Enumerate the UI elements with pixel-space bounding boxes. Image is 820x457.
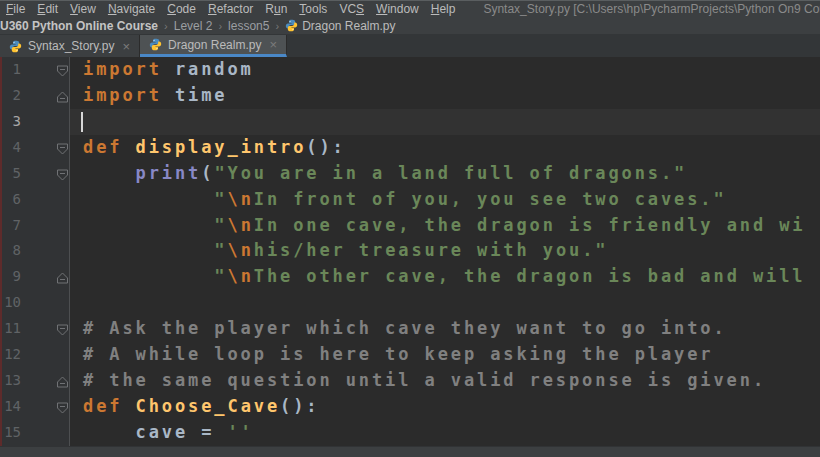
gutter-row: 14 bbox=[0, 394, 69, 420]
gutter-row: 7 bbox=[0, 213, 69, 239]
breadcrumb-item[interactable]: U360 Python Online Course bbox=[0, 19, 158, 33]
editor-gutter[interactable]: 123456789101112131415 bbox=[0, 57, 70, 446]
gutter-row: 6 bbox=[0, 187, 69, 213]
gutter-row: 9 bbox=[0, 264, 69, 290]
menu-window[interactable]: Window bbox=[370, 2, 425, 16]
breadcrumbs: U360 Python Online Course›Level 2›lesson… bbox=[0, 19, 396, 33]
menu-vcs[interactable]: VCS bbox=[333, 2, 370, 16]
code-token: import bbox=[83, 59, 162, 79]
gutter-row: 3 bbox=[0, 109, 69, 135]
gutter-row: 5 bbox=[0, 161, 69, 187]
fold-region-start-icon[interactable] bbox=[56, 141, 69, 154]
gutter-row: 10 bbox=[0, 290, 69, 316]
tab-dragon-realm-py[interactable]: Dragon Realm.py× bbox=[140, 35, 287, 57]
line-number: 15 bbox=[0, 420, 21, 446]
menu-tools[interactable]: Tools bbox=[293, 2, 333, 16]
menu-file[interactable]: File bbox=[0, 2, 31, 16]
code-line-6[interactable]: "\nIn front of you, you see two caves." bbox=[70, 187, 820, 213]
code-line-11[interactable]: # Ask the player which cave they want to… bbox=[70, 316, 820, 342]
tab-label: Syntax_Story.py bbox=[28, 39, 114, 53]
breadcrumb-label: Level 2 bbox=[174, 19, 213, 33]
line-number: 8 bbox=[0, 238, 21, 264]
code-token bbox=[122, 137, 135, 157]
code-area[interactable]: import randomimport timedef display_intr… bbox=[70, 57, 820, 446]
code-token: import bbox=[83, 85, 162, 105]
code-token bbox=[122, 396, 135, 416]
code-line-12[interactable]: # A while loop is here to keep asking th… bbox=[70, 342, 820, 368]
code-line-3[interactable] bbox=[70, 109, 820, 135]
code-token bbox=[83, 215, 214, 235]
breadcrumb-separator: › bbox=[218, 20, 222, 32]
line-number: 12 bbox=[0, 342, 21, 368]
menu-view[interactable]: View bbox=[64, 2, 102, 16]
gutter-row: 13 bbox=[0, 368, 69, 394]
code-token: print bbox=[136, 163, 202, 183]
gutter-row: 12 bbox=[0, 342, 69, 368]
gutter-row: 1 bbox=[0, 57, 69, 83]
code-token: \n bbox=[228, 240, 254, 260]
breadcrumb-label: lesson5 bbox=[228, 19, 269, 33]
fold-region-end-icon[interactable] bbox=[56, 375, 69, 388]
code-line-7[interactable]: "\nIn one cave, the dragon is friendly a… bbox=[70, 213, 820, 239]
code-line-13[interactable]: # the same question until a valid respon… bbox=[70, 368, 820, 394]
code-line-9[interactable]: "\nThe other cave, the dragon is bad and… bbox=[70, 264, 820, 290]
menu-run[interactable]: Run bbox=[259, 2, 293, 16]
menu-refactor[interactable]: Refactor bbox=[202, 2, 259, 16]
gutter-row: 11 bbox=[0, 316, 69, 342]
breadcrumb-item[interactable]: Level 2 bbox=[174, 19, 213, 33]
code-token: # Ask the player which cave they want to… bbox=[83, 318, 727, 338]
code-token bbox=[83, 240, 214, 260]
menu-navigate[interactable]: Navigate bbox=[102, 2, 161, 16]
tab-syntax-story-py[interactable]: Syntax_Story.py× bbox=[0, 35, 140, 57]
fold-region-end-icon[interactable] bbox=[56, 89, 69, 102]
code-token: " bbox=[214, 189, 227, 209]
editor-tab-bar: Syntax_Story.py×Dragon Realm.py× bbox=[0, 35, 820, 57]
code-line-2[interactable]: import time bbox=[70, 83, 820, 109]
fold-region-start-icon[interactable] bbox=[56, 63, 69, 76]
breadcrumb-item[interactable]: lesson5 bbox=[228, 19, 269, 33]
code-token: (): bbox=[306, 137, 345, 157]
left-edge-stripe bbox=[0, 57, 2, 446]
code-token: The other cave, the dragon is bad and wi… bbox=[254, 266, 806, 286]
code-token: In front of you, you see two caves." bbox=[254, 189, 727, 209]
code-line-5[interactable]: print("You are in a land full of dragons… bbox=[70, 161, 820, 187]
breadcrumb-separator: › bbox=[275, 20, 279, 32]
code-line-14[interactable]: def Choose_Cave(): bbox=[70, 394, 820, 420]
menu-bar: FileEditViewNavigateCodeRefactorRunTools… bbox=[0, 0, 820, 17]
line-number: 6 bbox=[0, 187, 21, 213]
code-line-10[interactable] bbox=[70, 290, 820, 316]
code-token: \n bbox=[228, 189, 254, 209]
python-file-icon bbox=[9, 40, 22, 53]
python-file-icon bbox=[285, 19, 298, 32]
code-token: def bbox=[83, 137, 122, 157]
code-token: cave = bbox=[83, 422, 227, 442]
code-token bbox=[83, 163, 136, 183]
code-token: his/her treasure with you." bbox=[254, 240, 609, 260]
code-line-1[interactable]: import random bbox=[70, 57, 820, 83]
fold-region-start-icon[interactable] bbox=[56, 167, 69, 180]
code-line-4[interactable]: def display_intro(): bbox=[70, 135, 820, 161]
window-title: Syntax_Story.py [C:\Users\hp\PycharmProj… bbox=[483, 2, 820, 16]
code-line-15[interactable]: cave = '' bbox=[70, 420, 820, 446]
menu-code[interactable]: Code bbox=[161, 2, 202, 16]
status-bar-strip bbox=[0, 446, 820, 457]
fold-region-start-icon[interactable] bbox=[56, 323, 69, 336]
line-number: 1 bbox=[0, 57, 21, 83]
menu-edit[interactable]: Edit bbox=[31, 2, 64, 16]
menu-help[interactable]: Help bbox=[425, 2, 462, 16]
line-number: 11 bbox=[0, 316, 21, 342]
breadcrumb-label: Dragon Realm.py bbox=[302, 19, 395, 33]
code-token: # the same question until a valid respon… bbox=[83, 370, 766, 390]
fold-region-start-icon[interactable] bbox=[56, 400, 69, 413]
tab-close-icon[interactable]: × bbox=[269, 38, 277, 51]
code-line-8[interactable]: "\nhis/her treasure with you." bbox=[70, 238, 820, 264]
gutter-row: 2 bbox=[0, 83, 69, 109]
fold-region-end-icon[interactable] bbox=[56, 271, 69, 284]
breadcrumb-bar: U360 Python Online Course›Level 2›lesson… bbox=[0, 17, 820, 35]
code-editor[interactable]: 123456789101112131415 import randomimpor… bbox=[0, 57, 820, 446]
tab-close-icon[interactable]: × bbox=[122, 40, 130, 53]
breadcrumb-item[interactable]: Dragon Realm.py bbox=[285, 19, 395, 33]
breadcrumb-separator: › bbox=[164, 20, 168, 32]
code-token: " bbox=[214, 240, 227, 260]
tab-label: Dragon Realm.py bbox=[168, 38, 261, 52]
